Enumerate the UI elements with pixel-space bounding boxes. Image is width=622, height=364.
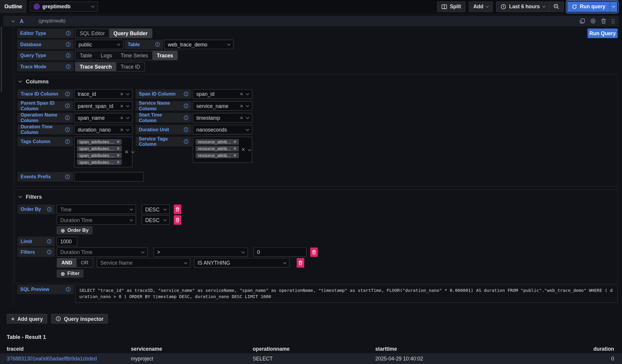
info-icon[interactable] bbox=[65, 115, 70, 120]
column-header-operationname[interactable]: operationname bbox=[253, 346, 375, 352]
tag-chip[interactable]: span_attributes....× bbox=[77, 146, 122, 151]
trace-id-link[interactable]: 3768831301ea0d65adaef8b9da1cbded bbox=[7, 355, 131, 361]
info-icon[interactable] bbox=[65, 92, 70, 96]
info-icon[interactable] bbox=[47, 250, 51, 255]
info-icon[interactable] bbox=[66, 64, 71, 69]
info-icon[interactable] bbox=[184, 92, 188, 96]
duration-unit-select[interactable]: nanoseconds bbox=[193, 125, 252, 134]
tag-chip[interactable]: span_attributes....× bbox=[77, 139, 122, 145]
query-type-option-traces[interactable]: Traces bbox=[152, 51, 178, 60]
remove-order-by-button[interactable] bbox=[174, 205, 181, 214]
drag-handle-icon[interactable] bbox=[611, 18, 615, 23]
clear-icon[interactable]: × bbox=[240, 91, 243, 97]
filter-value-input[interactable]: 0 bbox=[254, 247, 307, 257]
query-type-option-logs[interactable]: Logs bbox=[96, 51, 116, 60]
info-icon[interactable] bbox=[184, 139, 188, 144]
info-icon[interactable] bbox=[65, 139, 70, 144]
order-by-field-select[interactable]: Duration Time bbox=[57, 215, 136, 225]
service-tag-chip[interactable]: resource_attrib...× bbox=[196, 139, 239, 145]
query-type-option-table[interactable]: Table bbox=[75, 51, 96, 60]
order-by-direction-select[interactable]: DESC bbox=[142, 215, 170, 225]
add-button[interactable]: Add bbox=[469, 1, 493, 12]
info-icon[interactable] bbox=[155, 42, 160, 47]
clear-icon[interactable]: × bbox=[120, 103, 123, 109]
service-tags-column-multiselect[interactable]: resource_attrib...× resource_attrib...× … bbox=[193, 137, 252, 163]
scrollbar-thumb[interactable] bbox=[1, 27, 2, 92]
column-header-starttime[interactable]: starttime bbox=[375, 346, 495, 352]
filter-field-select[interactable]: Service Name bbox=[97, 258, 190, 268]
columns-section-header[interactable]: Columns bbox=[19, 78, 613, 84]
operation-name-column-select[interactable]: span_name× bbox=[74, 113, 133, 122]
tag-chip[interactable]: span_attributes....× bbox=[77, 159, 122, 165]
info-icon[interactable] bbox=[66, 53, 71, 58]
collapse-chevron-icon[interactable] bbox=[12, 19, 15, 22]
order-by-field-select[interactable]: Time bbox=[57, 205, 136, 214]
logic-option-or[interactable]: OR bbox=[77, 258, 93, 267]
clear-icon[interactable]: × bbox=[120, 115, 123, 121]
parent-span-id-column-select[interactable]: parent_span_id× bbox=[74, 101, 133, 111]
service-tag-chip[interactable]: resource_attrib...× bbox=[196, 146, 239, 151]
info-icon[interactable] bbox=[66, 42, 71, 47]
remove-chip-icon[interactable]: × bbox=[233, 153, 236, 158]
clear-icon[interactable]: × bbox=[241, 146, 245, 153]
remove-chip-icon[interactable]: × bbox=[233, 146, 236, 151]
remove-chip-icon[interactable]: × bbox=[117, 160, 120, 164]
editor-type-option-sql-editor[interactable]: SQL Editor bbox=[75, 29, 109, 38]
database-select[interactable]: public bbox=[75, 40, 123, 49]
clear-icon[interactable]: × bbox=[125, 148, 129, 156]
trace-mode-option-trace-id[interactable]: Trace ID bbox=[116, 62, 145, 71]
info-icon[interactable] bbox=[66, 287, 71, 292]
add-filter-button[interactable]: ⊕Filter bbox=[57, 270, 83, 278]
tag-chip[interactable]: span_attributes....× bbox=[77, 153, 122, 158]
run-query-button[interactable]: Run query bbox=[567, 1, 610, 12]
events-prefix-input[interactable] bbox=[74, 172, 144, 182]
clear-icon[interactable]: × bbox=[240, 115, 243, 121]
service-name-column-select[interactable]: service_name× bbox=[193, 101, 252, 111]
toggle-visibility-icon[interactable] bbox=[590, 18, 596, 24]
column-header-traceid[interactable]: traceid bbox=[7, 346, 131, 352]
remove-filter-button[interactable] bbox=[297, 258, 304, 268]
trace-mode-option-trace-search[interactable]: Trace Search bbox=[75, 62, 116, 71]
info-icon[interactable] bbox=[65, 127, 70, 132]
editor-type-option-query-builder[interactable]: Query Builder bbox=[109, 29, 152, 38]
query-type-option-time-series[interactable]: Time Series bbox=[116, 51, 152, 60]
remove-chip-icon[interactable]: × bbox=[117, 146, 120, 151]
filters-section-header[interactable]: Filters bbox=[19, 194, 613, 200]
remove-chip-icon[interactable]: × bbox=[233, 140, 236, 144]
split-button[interactable]: Split bbox=[437, 1, 465, 12]
column-header-duration[interactable]: duration bbox=[495, 346, 622, 352]
table-select[interactable]: web_trace_demo bbox=[164, 40, 234, 49]
clear-icon[interactable]: × bbox=[120, 91, 123, 97]
remove-filter-button[interactable] bbox=[310, 247, 318, 257]
trace-id-column-select[interactable]: trace_id× bbox=[74, 89, 133, 99]
outline-tab[interactable]: Outline bbox=[0, 0, 27, 13]
filter-field-select[interactable]: Duration Time bbox=[57, 247, 148, 257]
column-header-servicename[interactable]: servicename bbox=[131, 346, 253, 352]
order-by-direction-select[interactable]: DESC bbox=[142, 205, 170, 214]
zoom-out-time-button[interactable] bbox=[549, 2, 563, 11]
clear-icon[interactable]: × bbox=[120, 127, 123, 132]
start-time-column-select[interactable]: timestamp× bbox=[193, 113, 252, 122]
span-id-column-select[interactable]: span_id× bbox=[193, 89, 252, 99]
limit-input[interactable]: 1000 bbox=[57, 237, 78, 246]
filter-operator-select[interactable]: IS ANYTHING bbox=[194, 258, 289, 268]
info-icon[interactable] bbox=[65, 174, 70, 179]
datasource-picker[interactable]: greptimedb bbox=[30, 1, 98, 12]
info-icon[interactable] bbox=[66, 31, 71, 36]
table-row[interactable]: 3768831301ea0d65adaef8b9da1cbded myproje… bbox=[0, 353, 622, 364]
query-row-header[interactable]: A (greptimedb) bbox=[3, 16, 619, 26]
remove-chip-icon[interactable]: × bbox=[117, 140, 120, 144]
remove-order-by-button[interactable] bbox=[174, 215, 181, 225]
logic-option-and[interactable]: AND bbox=[57, 258, 77, 267]
service-tag-chip[interactable]: resource_attrib...× bbox=[196, 153, 239, 158]
run-query-options-button[interactable] bbox=[610, 1, 617, 12]
filter-operator-select[interactable]: > bbox=[154, 247, 248, 257]
info-icon[interactable] bbox=[47, 207, 51, 212]
clear-icon[interactable]: × bbox=[240, 103, 243, 109]
panel-run-query-button[interactable]: Run Query bbox=[587, 29, 618, 38]
time-range-button[interactable]: Last 6 hours bbox=[497, 2, 549, 11]
add-query-button[interactable]: +Add query bbox=[7, 314, 47, 323]
query-inspector-button[interactable]: Query inspector bbox=[51, 314, 108, 323]
tags-column-multiselect[interactable]: span_attributes....× span_attributes....… bbox=[74, 137, 133, 167]
remove-chip-icon[interactable]: × bbox=[117, 153, 120, 158]
